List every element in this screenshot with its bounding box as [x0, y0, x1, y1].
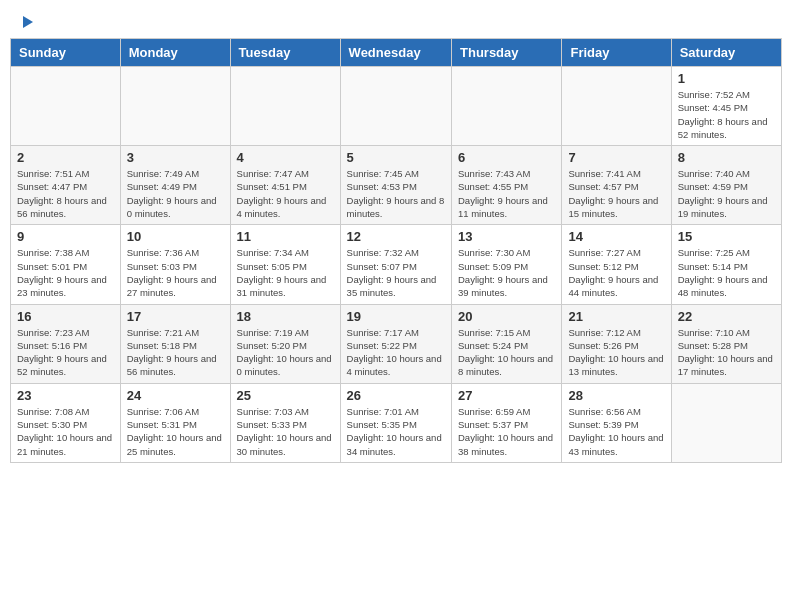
day-info: Sunrise: 7:36 AM Sunset: 5:03 PM Dayligh…	[127, 246, 224, 299]
day-number: 27	[458, 388, 555, 403]
calendar-day-cell	[562, 67, 671, 146]
day-info: Sunrise: 6:56 AM Sunset: 5:39 PM Dayligh…	[568, 405, 664, 458]
day-info: Sunrise: 7:51 AM Sunset: 4:47 PM Dayligh…	[17, 167, 114, 220]
calendar-week-row: 16Sunrise: 7:23 AM Sunset: 5:16 PM Dayli…	[11, 304, 782, 383]
calendar-day-cell: 5Sunrise: 7:45 AM Sunset: 4:53 PM Daylig…	[340, 146, 451, 225]
day-number: 28	[568, 388, 664, 403]
day-info: Sunrise: 7:40 AM Sunset: 4:59 PM Dayligh…	[678, 167, 775, 220]
day-info: Sunrise: 7:21 AM Sunset: 5:18 PM Dayligh…	[127, 326, 224, 379]
day-number: 16	[17, 309, 114, 324]
calendar-week-row: 9Sunrise: 7:38 AM Sunset: 5:01 PM Daylig…	[11, 225, 782, 304]
calendar-day-cell: 24Sunrise: 7:06 AM Sunset: 5:31 PM Dayli…	[120, 383, 230, 462]
day-number: 10	[127, 229, 224, 244]
day-number: 14	[568, 229, 664, 244]
calendar-day-header: Tuesday	[230, 39, 340, 67]
calendar-day-cell: 20Sunrise: 7:15 AM Sunset: 5:24 PM Dayli…	[452, 304, 562, 383]
calendar-day-cell: 4Sunrise: 7:47 AM Sunset: 4:51 PM Daylig…	[230, 146, 340, 225]
calendar-day-cell: 7Sunrise: 7:41 AM Sunset: 4:57 PM Daylig…	[562, 146, 671, 225]
day-number: 26	[347, 388, 445, 403]
day-number: 17	[127, 309, 224, 324]
calendar-day-header: Friday	[562, 39, 671, 67]
day-info: Sunrise: 7:30 AM Sunset: 5:09 PM Dayligh…	[458, 246, 555, 299]
calendar-day-cell: 6Sunrise: 7:43 AM Sunset: 4:55 PM Daylig…	[452, 146, 562, 225]
day-number: 2	[17, 150, 114, 165]
calendar-day-cell: 16Sunrise: 7:23 AM Sunset: 5:16 PM Dayli…	[11, 304, 121, 383]
day-info: Sunrise: 7:08 AM Sunset: 5:30 PM Dayligh…	[17, 405, 114, 458]
day-info: Sunrise: 7:12 AM Sunset: 5:26 PM Dayligh…	[568, 326, 664, 379]
day-info: Sunrise: 7:17 AM Sunset: 5:22 PM Dayligh…	[347, 326, 445, 379]
day-info: Sunrise: 6:59 AM Sunset: 5:37 PM Dayligh…	[458, 405, 555, 458]
day-number: 22	[678, 309, 775, 324]
logo-arrow-icon	[23, 16, 33, 28]
calendar-day-cell: 27Sunrise: 6:59 AM Sunset: 5:37 PM Dayli…	[452, 383, 562, 462]
day-info: Sunrise: 7:34 AM Sunset: 5:05 PM Dayligh…	[237, 246, 334, 299]
calendar-day-cell: 1Sunrise: 7:52 AM Sunset: 4:45 PM Daylig…	[671, 67, 781, 146]
day-info: Sunrise: 7:15 AM Sunset: 5:24 PM Dayligh…	[458, 326, 555, 379]
day-number: 8	[678, 150, 775, 165]
calendar-day-cell: 13Sunrise: 7:30 AM Sunset: 5:09 PM Dayli…	[452, 225, 562, 304]
calendar-day-cell: 22Sunrise: 7:10 AM Sunset: 5:28 PM Dayli…	[671, 304, 781, 383]
calendar-day-cell: 11Sunrise: 7:34 AM Sunset: 5:05 PM Dayli…	[230, 225, 340, 304]
calendar-day-header: Thursday	[452, 39, 562, 67]
calendar-day-cell: 12Sunrise: 7:32 AM Sunset: 5:07 PM Dayli…	[340, 225, 451, 304]
day-number: 18	[237, 309, 334, 324]
calendar-day-header: Saturday	[671, 39, 781, 67]
calendar-day-cell: 26Sunrise: 7:01 AM Sunset: 5:35 PM Dayli…	[340, 383, 451, 462]
calendar-day-cell: 18Sunrise: 7:19 AM Sunset: 5:20 PM Dayli…	[230, 304, 340, 383]
calendar-day-cell: 15Sunrise: 7:25 AM Sunset: 5:14 PM Dayli…	[671, 225, 781, 304]
day-number: 15	[678, 229, 775, 244]
calendar-day-cell: 10Sunrise: 7:36 AM Sunset: 5:03 PM Dayli…	[120, 225, 230, 304]
day-number: 12	[347, 229, 445, 244]
calendar-day-cell: 8Sunrise: 7:40 AM Sunset: 4:59 PM Daylig…	[671, 146, 781, 225]
day-info: Sunrise: 7:52 AM Sunset: 4:45 PM Dayligh…	[678, 88, 775, 141]
day-info: Sunrise: 7:43 AM Sunset: 4:55 PM Dayligh…	[458, 167, 555, 220]
day-info: Sunrise: 7:23 AM Sunset: 5:16 PM Dayligh…	[17, 326, 114, 379]
day-info: Sunrise: 7:27 AM Sunset: 5:12 PM Dayligh…	[568, 246, 664, 299]
calendar-day-cell: 19Sunrise: 7:17 AM Sunset: 5:22 PM Dayli…	[340, 304, 451, 383]
day-number: 7	[568, 150, 664, 165]
calendar-week-row: 1Sunrise: 7:52 AM Sunset: 4:45 PM Daylig…	[11, 67, 782, 146]
calendar-day-cell: 17Sunrise: 7:21 AM Sunset: 5:18 PM Dayli…	[120, 304, 230, 383]
calendar-day-cell	[452, 67, 562, 146]
day-info: Sunrise: 7:49 AM Sunset: 4:49 PM Dayligh…	[127, 167, 224, 220]
calendar-day-cell	[11, 67, 121, 146]
day-number: 21	[568, 309, 664, 324]
calendar-day-header: Monday	[120, 39, 230, 67]
calendar-day-cell	[230, 67, 340, 146]
day-info: Sunrise: 7:01 AM Sunset: 5:35 PM Dayligh…	[347, 405, 445, 458]
calendar-day-cell: 14Sunrise: 7:27 AM Sunset: 5:12 PM Dayli…	[562, 225, 671, 304]
day-number: 24	[127, 388, 224, 403]
calendar-week-row: 23Sunrise: 7:08 AM Sunset: 5:30 PM Dayli…	[11, 383, 782, 462]
day-number: 13	[458, 229, 555, 244]
day-info: Sunrise: 7:25 AM Sunset: 5:14 PM Dayligh…	[678, 246, 775, 299]
calendar-day-cell: 21Sunrise: 7:12 AM Sunset: 5:26 PM Dayli…	[562, 304, 671, 383]
day-info: Sunrise: 7:10 AM Sunset: 5:28 PM Dayligh…	[678, 326, 775, 379]
calendar-day-cell: 9Sunrise: 7:38 AM Sunset: 5:01 PM Daylig…	[11, 225, 121, 304]
day-info: Sunrise: 7:03 AM Sunset: 5:33 PM Dayligh…	[237, 405, 334, 458]
day-number: 6	[458, 150, 555, 165]
day-number: 1	[678, 71, 775, 86]
day-number: 5	[347, 150, 445, 165]
calendar-day-header: Sunday	[11, 39, 121, 67]
calendar-day-cell: 2Sunrise: 7:51 AM Sunset: 4:47 PM Daylig…	[11, 146, 121, 225]
day-number: 9	[17, 229, 114, 244]
day-number: 3	[127, 150, 224, 165]
day-info: Sunrise: 7:06 AM Sunset: 5:31 PM Dayligh…	[127, 405, 224, 458]
day-info: Sunrise: 7:38 AM Sunset: 5:01 PM Dayligh…	[17, 246, 114, 299]
calendar-header-row: SundayMondayTuesdayWednesdayThursdayFrid…	[11, 39, 782, 67]
calendar-week-row: 2Sunrise: 7:51 AM Sunset: 4:47 PM Daylig…	[11, 146, 782, 225]
calendar-day-cell	[340, 67, 451, 146]
day-info: Sunrise: 7:45 AM Sunset: 4:53 PM Dayligh…	[347, 167, 445, 220]
day-number: 11	[237, 229, 334, 244]
calendar-day-cell: 25Sunrise: 7:03 AM Sunset: 5:33 PM Dayli…	[230, 383, 340, 462]
day-info: Sunrise: 7:41 AM Sunset: 4:57 PM Dayligh…	[568, 167, 664, 220]
day-info: Sunrise: 7:47 AM Sunset: 4:51 PM Dayligh…	[237, 167, 334, 220]
calendar-day-cell	[671, 383, 781, 462]
day-number: 20	[458, 309, 555, 324]
day-info: Sunrise: 7:32 AM Sunset: 5:07 PM Dayligh…	[347, 246, 445, 299]
calendar-day-cell: 23Sunrise: 7:08 AM Sunset: 5:30 PM Dayli…	[11, 383, 121, 462]
day-number: 4	[237, 150, 334, 165]
page-header	[10, 10, 782, 33]
calendar-day-cell: 3Sunrise: 7:49 AM Sunset: 4:49 PM Daylig…	[120, 146, 230, 225]
calendar-table: SundayMondayTuesdayWednesdayThursdayFrid…	[10, 38, 782, 463]
